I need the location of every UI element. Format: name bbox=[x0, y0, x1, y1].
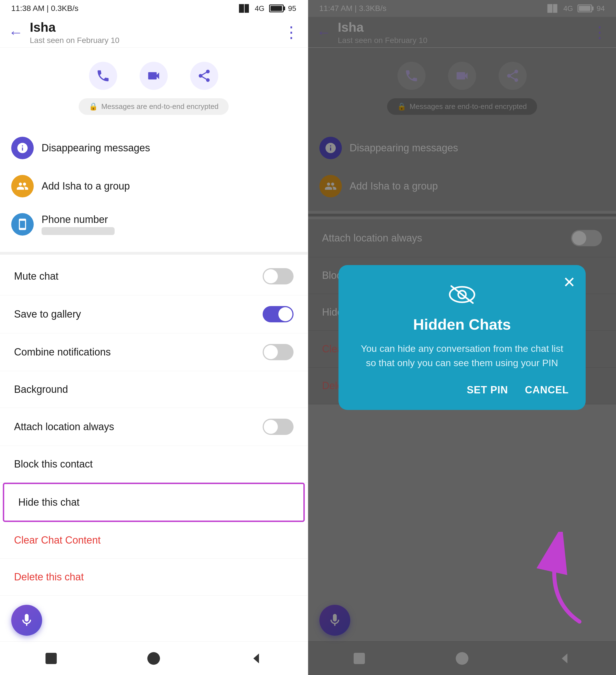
action-buttons-left bbox=[11, 62, 296, 90]
add-group-label: Add Isha to a group bbox=[42, 180, 296, 192]
clear-chat-label: Clear Chat Content bbox=[14, 534, 100, 546]
svg-marker-2 bbox=[253, 653, 259, 663]
right-panel: 11:47 AM | 3.3KB/s ▉▊ 4G 94 ← Isha Last … bbox=[308, 0, 616, 675]
save-gallery-row[interactable]: Save to gallery bbox=[0, 295, 307, 333]
eye-slash-icon bbox=[447, 282, 478, 307]
battery-pct-left: 95 bbox=[288, 4, 296, 13]
header-status-left: Last seen on February 10 bbox=[30, 36, 277, 45]
disappearing-text: Disappearing messages bbox=[42, 142, 296, 154]
attach-location-toggle[interactable] bbox=[263, 419, 293, 435]
lock-icon-left: 🔒 bbox=[89, 102, 98, 111]
save-gallery-label: Save to gallery bbox=[14, 308, 81, 320]
hide-chat-label: Hide this chat bbox=[18, 497, 79, 508]
arrow-pointing-up bbox=[529, 532, 591, 627]
hide-chat-row[interactable]: Hide this chat bbox=[3, 483, 305, 522]
combine-notif-toggle[interactable] bbox=[263, 344, 293, 360]
video-button-left[interactable] bbox=[140, 62, 168, 90]
more-menu-left[interactable]: ⋮ bbox=[283, 23, 299, 41]
delete-chat-row[interactable]: Delete this chat bbox=[0, 559, 307, 596]
dialog-close-button[interactable]: ✕ bbox=[563, 274, 575, 291]
background-label: Background bbox=[14, 384, 68, 395]
phone-icon bbox=[11, 213, 34, 236]
hidden-chats-dialog: ✕ Hidden Chats You can hide any conversa… bbox=[338, 265, 586, 410]
divider-1-left bbox=[0, 252, 307, 255]
disappearing-messages-row[interactable]: Disappearing messages bbox=[0, 129, 307, 167]
add-to-group-row[interactable]: Add Isha to a group bbox=[0, 167, 307, 205]
block-contact-label: Block this contact bbox=[14, 458, 93, 470]
attach-location-label: Attach location always bbox=[14, 421, 114, 433]
call-button-left[interactable] bbox=[89, 62, 117, 90]
set-pin-button[interactable]: SET PIN bbox=[467, 384, 508, 396]
menu-items-left: Disappearing messages Add Isha to a grou… bbox=[0, 123, 307, 249]
chat-header-left: ← Isha Last seen on February 10 ⋮ bbox=[0, 17, 307, 48]
dialog-overlay: ✕ Hidden Chats You can hide any conversa… bbox=[308, 0, 616, 675]
combine-notif-row[interactable]: Combine notifications bbox=[0, 333, 307, 371]
attach-location-row[interactable]: Attach location always bbox=[0, 408, 307, 446]
phone-number-label: Phone number bbox=[42, 214, 296, 225]
dialog-actions: SET PIN CANCEL bbox=[355, 384, 569, 396]
header-name-left: Isha bbox=[30, 20, 277, 35]
profile-section-left: 🔒 Messages are end-to-end encrypted bbox=[0, 48, 307, 123]
phone-number-value bbox=[42, 227, 115, 235]
back-nav-left[interactable] bbox=[245, 647, 267, 670]
signal-icon-left: ▉▊ bbox=[239, 4, 250, 13]
left-panel-content: 🔒 Messages are end-to-end encrypted Disa… bbox=[0, 48, 307, 641]
encrypted-badge-left: 🔒 Messages are end-to-end encrypted bbox=[79, 98, 229, 115]
combine-notif-label: Combine notifications bbox=[14, 346, 111, 358]
left-panel: 11:38 AM | 0.3KB/s ▉▊ 4G 95 ← Isha Last … bbox=[0, 0, 308, 675]
delete-chat-label: Delete this chat bbox=[14, 571, 84, 583]
cancel-button[interactable]: CANCEL bbox=[525, 384, 569, 396]
mute-chat-toggle[interactable] bbox=[263, 268, 293, 285]
network-icon-left: 4G bbox=[255, 4, 265, 13]
share-button-left[interactable] bbox=[190, 62, 218, 90]
disappearing-icon bbox=[11, 137, 34, 159]
save-gallery-toggle[interactable] bbox=[263, 306, 293, 322]
circle-nav-left[interactable] bbox=[142, 647, 165, 670]
toggle-section-left: Mute chat Save to gallery Combine notifi… bbox=[0, 257, 307, 371]
back-button-left[interactable]: ← bbox=[8, 24, 23, 41]
add-group-icon bbox=[11, 175, 34, 198]
background-row[interactable]: Background bbox=[0, 371, 307, 408]
mute-chat-row[interactable]: Mute chat bbox=[0, 257, 307, 295]
dialog-title: Hidden Chats bbox=[413, 316, 511, 333]
gallery-knob bbox=[278, 307, 292, 321]
nav-bar-left bbox=[0, 641, 307, 675]
phone-number-text: Phone number bbox=[42, 214, 296, 235]
block-contact-row[interactable]: Block this contact bbox=[0, 446, 307, 483]
battery-left bbox=[269, 4, 284, 12]
mute-chat-label: Mute chat bbox=[14, 271, 58, 282]
mic-fab-left[interactable] bbox=[11, 605, 42, 636]
status-time-left: 11:38 AM | 0.3KB/s bbox=[11, 4, 78, 13]
status-bar-left: 11:38 AM | 0.3KB/s ▉▊ 4G 95 bbox=[0, 0, 307, 17]
mute-knob bbox=[264, 269, 278, 283]
combine-knob bbox=[264, 345, 278, 359]
attach-knob bbox=[264, 420, 278, 434]
svg-rect-0 bbox=[46, 653, 57, 664]
status-icons-left: ▉▊ 4G 95 bbox=[239, 4, 296, 13]
battery-fill-left bbox=[271, 6, 282, 11]
dialog-body: You can hide any conversation from the c… bbox=[355, 342, 569, 370]
disappearing-label: Disappearing messages bbox=[42, 142, 296, 154]
phone-number-row[interactable]: Phone number bbox=[0, 205, 307, 243]
svg-point-1 bbox=[147, 652, 160, 665]
add-group-text: Add Isha to a group bbox=[42, 180, 296, 192]
square-nav-left[interactable] bbox=[40, 647, 62, 670]
clear-chat-row[interactable]: Clear Chat Content bbox=[0, 522, 307, 559]
header-info-left: Isha Last seen on February 10 bbox=[30, 20, 277, 45]
